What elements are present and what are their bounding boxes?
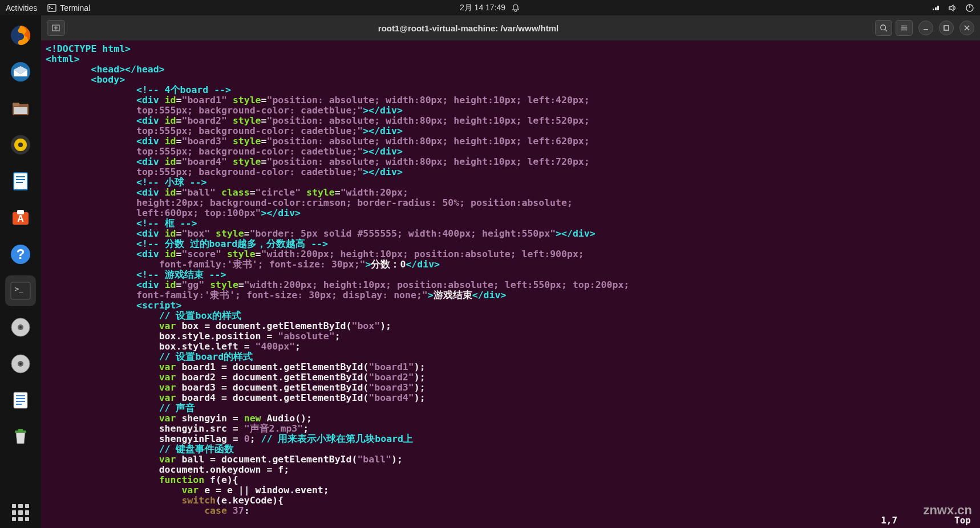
window-title: root1@root1-virtual-machine: /var/www/ht… [65, 23, 872, 33]
terminal-window: root1@root1-virtual-machine: /var/www/ht… [41, 15, 980, 528]
svg-rect-31 [14, 392, 27, 408]
svg-text:?: ? [17, 246, 25, 262]
app-menu[interactable]: Terminal [47, 3, 90, 13]
terminal-icon [47, 3, 56, 13]
new-tab-button[interactable] [47, 20, 65, 36]
svg-rect-7 [14, 107, 27, 114]
svg-point-10 [18, 143, 23, 147]
watermark: znwx.cn [923, 505, 972, 515]
svg-rect-6 [13, 103, 19, 106]
dock-terminal[interactable]: >_ [5, 275, 36, 306]
power-icon[interactable] [965, 3, 974, 13]
svg-text:>_: >_ [15, 285, 23, 293]
close-icon [964, 25, 970, 31]
hamburger-icon [900, 24, 908, 32]
svg-point-41 [881, 25, 886, 30]
search-button[interactable] [875, 20, 892, 36]
maximize-icon [943, 25, 949, 31]
gnome-topbar: Activities Terminal 2月 14 17:49 [0, 0, 980, 15]
dock-disc1[interactable] [5, 312, 36, 343]
minimize-button[interactable] [918, 21, 933, 35]
dock-text-editor[interactable] [5, 385, 36, 416]
window-titlebar: root1@root1-virtual-machine: /var/www/ht… [41, 15, 980, 40]
dock-rhythmbox[interactable] [5, 129, 36, 160]
vim-status: 1,7Top [881, 515, 971, 526]
vim-cursor-pos: 1,7 [881, 515, 897, 526]
network-icon[interactable] [931, 3, 940, 13]
dock-trash[interactable] [5, 421, 36, 452]
activities-button[interactable]: Activities [6, 3, 37, 13]
menu-button[interactable] [896, 20, 913, 36]
svg-rect-37 [18, 429, 23, 431]
dock-writer[interactable] [5, 166, 36, 197]
svg-rect-11 [14, 173, 27, 190]
svg-rect-47 [944, 26, 949, 30]
vim-scroll: Top [954, 515, 971, 526]
dock: A ? >_ [0, 15, 41, 528]
volume-icon[interactable] [948, 3, 957, 13]
minimize-icon [923, 25, 929, 31]
search-icon [880, 24, 888, 32]
editor-content[interactable]: <!DOCTYPE html> <html> <head></head> <bo… [41, 40, 980, 528]
dock-disc2[interactable] [5, 348, 36, 379]
dock-help[interactable]: ? [5, 239, 36, 270]
svg-text:A: A [17, 214, 24, 224]
svg-point-26 [19, 326, 22, 328]
clock[interactable]: 2月 14 17:49 [460, 3, 505, 13]
bell-icon [511, 3, 520, 13]
close-button[interactable] [959, 21, 974, 35]
dock-thunderbird[interactable] [5, 56, 36, 87]
svg-line-42 [885, 30, 888, 32]
show-applications[interactable] [12, 504, 29, 521]
dock-files[interactable] [5, 93, 36, 124]
dock-software[interactable]: A [5, 202, 36, 233]
new-tab-icon [51, 23, 60, 33]
dock-firefox[interactable] [5, 20, 36, 51]
app-menu-label: Terminal [60, 3, 90, 13]
maximize-button[interactable] [939, 21, 954, 35]
svg-point-30 [19, 363, 22, 365]
